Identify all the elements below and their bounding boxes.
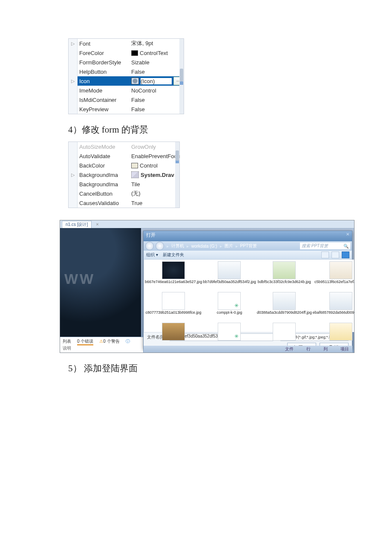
expand-icon[interactable]: ▷ (69, 76, 78, 86)
prop-value[interactable]: Control (130, 161, 179, 170)
expand-icon (69, 142, 78, 151)
close-icon[interactable]: ✕ (346, 232, 349, 240)
prop-row-causesvalidation[interactable]: CausesValidatio True (69, 198, 179, 208)
file-name: bb7d9fef3d50aa352df534f2.jpg (203, 280, 256, 284)
prop-name: BackColor (78, 162, 130, 169)
error-list-label: 列表 (63, 338, 71, 345)
close-tab-icon[interactable]: × (96, 222, 98, 227)
prop-value[interactable]: Tile (130, 179, 179, 189)
icon-thumb-icon (131, 78, 139, 84)
messages-tab[interactable]: ⓘ (126, 338, 130, 345)
expand-icon (69, 179, 78, 189)
file-name: comppt-k-0.jpg (217, 311, 242, 315)
view-mode-icon[interactable] (321, 251, 329, 258)
prop-row-imemode[interactable]: ImeMode NoControl (69, 86, 184, 95)
breadcrumb-sep-icon: ▸ (236, 244, 238, 249)
prop-name: IsMdiContainer (78, 97, 130, 103)
prop-row-backgroundimage-layout[interactable]: BackgroundIma Tile (69, 179, 179, 189)
prop-value[interactable]: GrowOnly (130, 142, 179, 151)
file-thumb-icon (329, 261, 352, 279)
prop-row-font[interactable]: ▷ Font 宋体, 9pt (69, 39, 184, 48)
file-name: bdbf5c3c33f32cfc9e3d624b.jpg (258, 280, 311, 284)
color-swatch-icon (131, 163, 138, 168)
expand-icon (69, 198, 78, 208)
prop-row-helpbutton[interactable]: HelpButton False (69, 67, 184, 76)
status-project: 项目 (340, 346, 349, 352)
file-tile[interactable]: c5b95113f6c62ef1a7ef3fa3.jpg (313, 261, 355, 291)
expand-icon[interactable]: ▷ (69, 39, 78, 48)
prop-row-ismdicontainer[interactable]: IsMdiContainer False (69, 95, 184, 104)
prop-row-backgroundimage[interactable]: ▷ BackgroundIma System.Drav (69, 170, 179, 179)
prop-row-keypreview[interactable]: KeyPreview False (69, 104, 184, 114)
nav-back-icon[interactable] (145, 242, 154, 250)
prop-value[interactable]: False (130, 104, 184, 114)
scroll-thumb[interactable] (180, 69, 183, 81)
document-tabs: n1.cs [设计] × (60, 220, 354, 228)
errors-tab[interactable]: 0 个错误 (77, 338, 93, 345)
scrollbar[interactable] (179, 39, 184, 114)
prop-value[interactable]: (无) (130, 189, 179, 198)
file-thumb-icon (162, 323, 185, 341)
file-thumb-icon (273, 292, 296, 310)
prop-row-formborderstyle[interactable]: FormBorderStyle Sizable (69, 58, 184, 67)
document-tab[interactable]: n1.cs [设计] (62, 221, 92, 228)
prop-name: BackgroundIma (78, 172, 130, 178)
prop-row-autosizemode[interactable]: AutoSizeMode GrowOnly (69, 142, 179, 151)
breadcrumb[interactable]: workdata (G:) (191, 244, 217, 249)
file-thumb-icon (329, 292, 352, 310)
file-tile[interactable]: bdbf5c3c33f32cfc9e3d624b.jpg (257, 261, 312, 291)
open-file-dialog: 打开 ✕ ▸ 计算机 ▸ workdata (G:) ▸ 图片 ▸ PPT背景 … (143, 231, 352, 349)
breadcrumb[interactable]: 图片 (225, 243, 233, 249)
file-thumb-icon (162, 292, 185, 310)
new-folder-button[interactable]: 新建文件夹 (163, 252, 184, 257)
nav-forward-icon[interactable] (156, 242, 164, 250)
file-tile[interactable]: bb7d9fef3d50aa352df534f2.jpg (203, 261, 256, 291)
prop-row-icon[interactable]: ▷ Icon (Icon) ... (69, 76, 184, 86)
search-input[interactable]: 搜索 PPT背景 🔍 (300, 243, 350, 249)
dialog-title: 打开 (146, 232, 156, 240)
form-designer-surface[interactable]: WW (60, 228, 141, 337)
prop-value[interactable]: EnablePreventFocu (130, 151, 180, 161)
file-thumbnail-pane[interactable]: b667e746ea61c21e6a63e527.jpg bb7d9fef3d5… (144, 260, 355, 332)
prop-name: KeyPreview (78, 106, 130, 113)
address-bar[interactable]: ▸ 计算机 ▸ workdata (G:) ▸ 图片 ▸ PPT背景 搜索 PP… (144, 241, 352, 251)
breadcrumb[interactable]: 计算机 (171, 243, 184, 249)
expand-icon (69, 48, 78, 58)
scroll-thumb[interactable] (176, 150, 179, 161)
file-tile[interactable]: b667e746ea61c21e6a63e527.jpg (145, 261, 202, 291)
file-thumb-icon (273, 323, 296, 341)
prop-row-forecolor[interactable]: ForeColor ControlText (69, 48, 184, 58)
expand-icon (69, 67, 78, 76)
vs-designer-screenshot: n1.cs [设计] × WW 列表 0 个错误 ⚠0 个警告 ⓘ 说明 打开 … (60, 220, 355, 353)
prop-row-backcolor[interactable]: BackColor Control (69, 161, 179, 170)
warnings-tab[interactable]: ⚠0 个警告 (99, 338, 119, 345)
organize-button[interactable]: 组织 ▾ (146, 252, 158, 257)
prop-value[interactable]: 宋体, 9pt (130, 39, 184, 48)
status-bar: 文件 行 列 项目 (144, 346, 352, 353)
prop-value[interactable]: False (130, 67, 184, 76)
prop-row-autovalidate[interactable]: AutoValidate EnablePreventFocu (69, 151, 179, 161)
dialog-titlebar[interactable]: 打开 ✕ (144, 231, 352, 241)
prop-value[interactable]: Sizable (130, 58, 184, 67)
prop-name: CancelButton (78, 191, 130, 197)
file-tile[interactable]: ebaf6857892da566d0090656.jpg (313, 292, 355, 322)
breadcrumb[interactable]: PPT背景 (240, 243, 257, 249)
prop-value[interactable]: System.Drav (130, 170, 179, 179)
file-tile[interactable]: c8077739b251a013b8998fce.jpg (145, 292, 202, 322)
scrollbar[interactable] (175, 142, 179, 208)
status-row: 行 (306, 346, 311, 352)
prop-value[interactable]: ControlText (130, 48, 184, 58)
help-icon[interactable] (342, 251, 349, 258)
file-tile[interactable]: comppt-k-0.jpg (203, 292, 256, 322)
prop-value[interactable]: True (130, 198, 179, 208)
prop-value[interactable]: NoControl (130, 86, 184, 95)
expand-icon (69, 151, 78, 161)
description-label: 说明 (60, 345, 143, 351)
prop-value[interactable]: (Icon) ... (130, 76, 184, 86)
color-swatch-icon (131, 50, 138, 56)
view-mode-icon[interactable] (331, 251, 339, 258)
prop-row-cancelbutton[interactable]: CancelButton (无) (69, 189, 179, 198)
expand-icon[interactable]: ▷ (69, 170, 78, 179)
prop-value[interactable]: False (130, 95, 184, 104)
file-tile[interactable]: d0388a5a3cdd97909d8204ff.jpg (257, 292, 312, 322)
